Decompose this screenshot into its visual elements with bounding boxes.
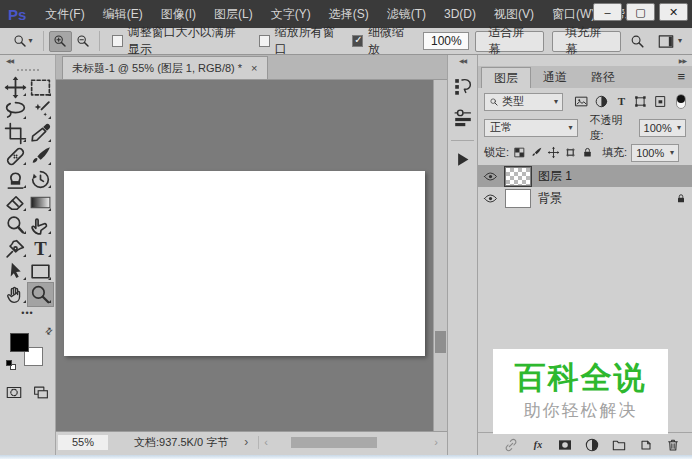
properties-panel-icon[interactable] bbox=[452, 106, 474, 128]
eraser-tool-button[interactable] bbox=[3, 191, 28, 214]
panel-expand-arrows-icon[interactable]: ▶▶ bbox=[478, 55, 692, 66]
eyedropper-tool-button[interactable] bbox=[28, 122, 53, 145]
link-layers-icon[interactable] bbox=[503, 437, 519, 453]
filter-adjustment-layers-icon[interactable] bbox=[594, 94, 609, 109]
toolbar-grip[interactable] bbox=[17, 69, 39, 71]
horizontal-scrollbar[interactable]: ‹ › bbox=[258, 436, 443, 449]
blend-mode-select[interactable]: 正常 ▾ bbox=[484, 119, 578, 137]
scrubby-zoom-checkbox[interactable]: 细微缩放 bbox=[352, 24, 410, 58]
dodge-tool-button[interactable] bbox=[3, 214, 28, 237]
workspace-switcher[interactable]: ▾ bbox=[656, 33, 682, 50]
fill-screen-button[interactable]: 填充屏幕 bbox=[552, 31, 621, 52]
screen-mode-icon[interactable] bbox=[31, 384, 51, 401]
layer-thumbnail[interactable] bbox=[505, 167, 531, 186]
scroll-right-icon[interactable]: › bbox=[429, 436, 443, 448]
brush-tool-button[interactable] bbox=[28, 145, 53, 168]
delete-layer-icon[interactable] bbox=[665, 437, 681, 453]
maximize-button[interactable]: ▢ bbox=[626, 3, 655, 21]
marquee-tool-button[interactable] bbox=[28, 76, 53, 99]
zoom-all-windows-checkbox[interactable]: 缩放所有窗口 bbox=[259, 24, 338, 58]
panel-menu-icon[interactable]: ≡ bbox=[677, 69, 685, 84]
lock-transparency-icon[interactable] bbox=[513, 146, 526, 159]
clone-stamp-tool-button[interactable] bbox=[3, 168, 28, 191]
lock-position-icon[interactable] bbox=[547, 146, 560, 159]
close-button[interactable]: ✕ bbox=[659, 3, 688, 21]
hand-tool-button[interactable] bbox=[3, 283, 28, 306]
lock-all-icon[interactable] bbox=[581, 146, 594, 159]
new-layer-icon[interactable] bbox=[638, 437, 654, 453]
vertical-scrollbar[interactable] bbox=[433, 80, 447, 431]
lock-paint-icon[interactable] bbox=[530, 146, 543, 159]
menu-3d[interactable]: 3D(D) bbox=[435, 0, 485, 28]
document-tab-title: 未标题-1 @ 55% (图层 1, RGB/8) * bbox=[72, 61, 242, 76]
tab-paths[interactable]: 路径 bbox=[579, 67, 627, 88]
type-tool-button[interactable]: T bbox=[28, 237, 53, 260]
zoom-out-button[interactable] bbox=[72, 31, 95, 52]
rectangle-tool-button[interactable] bbox=[28, 260, 53, 283]
filter-toggle-switch[interactable] bbox=[676, 94, 686, 109]
actions-panel-icon[interactable] bbox=[453, 150, 472, 169]
tools-panel: ◀◀ T ••• ⇄ bbox=[0, 55, 56, 456]
adjustment-layer-icon[interactable] bbox=[584, 437, 600, 453]
foreground-color-swatch[interactable] bbox=[10, 333, 29, 352]
quick-mask-icon[interactable] bbox=[4, 384, 24, 401]
visibility-eye-icon[interactable] bbox=[483, 191, 498, 206]
filter-type-layers-icon[interactable]: T bbox=[614, 94, 629, 109]
new-group-icon[interactable] bbox=[611, 437, 627, 453]
svg-text:T: T bbox=[34, 238, 47, 259]
tab-channels[interactable]: 通道 bbox=[531, 67, 579, 88]
lasso-tool-button[interactable] bbox=[3, 99, 28, 122]
zoom-tool-preset-button[interactable]: ▾ bbox=[6, 31, 38, 52]
minimize-button[interactable]: – bbox=[593, 3, 622, 21]
tab-layers[interactable]: 图层 bbox=[481, 67, 531, 88]
zoom-in-button[interactable] bbox=[49, 31, 72, 52]
crop-tool-button[interactable] bbox=[3, 122, 28, 145]
status-expand-chevron[interactable]: › bbox=[244, 435, 248, 449]
stamp-icon bbox=[3, 167, 28, 192]
healing-brush-tool-button[interactable] bbox=[3, 145, 28, 168]
magnifier-icon bbox=[12, 33, 28, 49]
filter-pixel-layers-icon[interactable] bbox=[574, 94, 589, 109]
history-brush-tool-button[interactable] bbox=[28, 168, 53, 191]
smudge-tool-button[interactable] bbox=[28, 214, 53, 237]
fit-screen-button[interactable]: 适合屏幕 bbox=[475, 31, 544, 52]
fill-field[interactable]: 100% ▾ bbox=[631, 144, 679, 162]
layer-style-fx-icon[interactable]: fx bbox=[530, 437, 546, 453]
pen-tool-button[interactable] bbox=[3, 237, 28, 260]
gradient-tool-button[interactable] bbox=[28, 191, 53, 214]
scroll-left-icon[interactable]: ‹ bbox=[259, 436, 273, 448]
swap-colors-icon[interactable]: ⇄ bbox=[43, 325, 55, 337]
opacity-field[interactable]: 100% ▾ bbox=[639, 119, 686, 137]
menu-file[interactable]: 文件(F) bbox=[36, 0, 93, 28]
quick-selection-tool-button[interactable] bbox=[28, 99, 53, 122]
dock-collapse-arrows-icon[interactable]: ◀◀ bbox=[448, 55, 477, 66]
layer-thumbnail[interactable] bbox=[505, 189, 531, 208]
horizontal-scroll-thumb[interactable] bbox=[291, 437, 377, 448]
search-icon[interactable] bbox=[629, 33, 646, 50]
path-selection-tool-button[interactable] bbox=[3, 260, 28, 283]
filter-smart-objects-icon[interactable] bbox=[653, 94, 668, 109]
vertical-scroll-thumb[interactable] bbox=[435, 331, 446, 353]
resize-windows-checkbox[interactable]: 调整窗口大小以满屏显示 bbox=[112, 24, 245, 58]
default-colors-icon[interactable] bbox=[6, 360, 17, 371]
document-canvas[interactable] bbox=[64, 171, 425, 356]
filter-type-value: 类型 bbox=[502, 94, 524, 109]
layer-row-layer1[interactable]: 图层 1 bbox=[478, 165, 692, 187]
caret-down-icon: ▾ bbox=[670, 149, 674, 157]
lock-artboard-icon[interactable] bbox=[564, 146, 577, 159]
filter-type-select[interactable]: 类型 ▾ bbox=[484, 93, 563, 111]
visibility-eye-icon[interactable] bbox=[483, 169, 498, 184]
filter-shape-layers-icon[interactable] bbox=[633, 94, 648, 109]
tab-close-icon[interactable]: × bbox=[251, 62, 257, 74]
status-zoom-field[interactable]: 55% bbox=[58, 435, 108, 450]
document-tab[interactable]: 未标题-1 @ 55% (图层 1, RGB/8) * × bbox=[62, 56, 268, 79]
window-controls: – ▢ ✕ bbox=[593, 3, 688, 21]
zoom-tool-button[interactable] bbox=[28, 283, 53, 306]
move-tool-button[interactable] bbox=[3, 76, 28, 99]
edit-toolbar-ellipsis-button[interactable]: ••• bbox=[0, 308, 55, 318]
layer-row-background[interactable]: 背景 bbox=[478, 187, 692, 209]
history-panel-icon[interactable] bbox=[452, 75, 474, 97]
toolbar-collapse-arrows-icon[interactable]: ◀◀ bbox=[0, 55, 55, 66]
add-mask-icon[interactable] bbox=[557, 437, 573, 453]
zoom-percent-input[interactable] bbox=[423, 32, 469, 50]
